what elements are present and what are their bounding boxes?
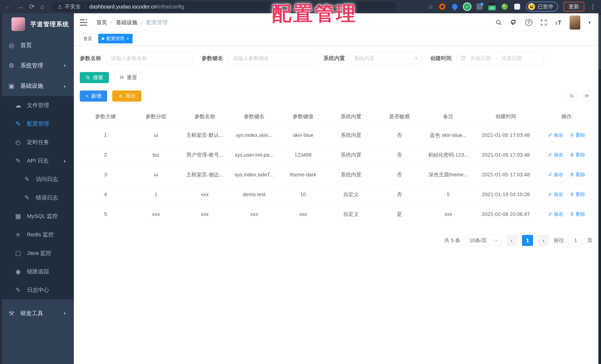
breadcrumb-item[interactable]: 基础设施 [116, 19, 137, 26]
page-size-select[interactable]: 10条/页 ▾ [465, 235, 501, 246]
browser-reload-icon[interactable]: ⟳ [29, 3, 35, 10]
cell-group: ui [131, 125, 181, 145]
sidebar-menu-item[interactable]: ⚒ 研发工具 ▾ [2, 303, 74, 324]
timer-icon: ◴ [14, 139, 22, 146]
font-size-icon[interactable]: TT [555, 19, 561, 26]
tab-tag[interactable]: 首页 [80, 34, 96, 43]
not-secure-label[interactable]: 不安全 [65, 3, 81, 10]
param-key-input[interactable] [228, 52, 315, 64]
sidebar-menu-item[interactable]: ▢ Java 监控 [2, 244, 74, 262]
cell-id: 3 [80, 165, 131, 185]
extension-cn-icon[interactable]: cn [488, 3, 496, 10]
table-column-header: 操作 [539, 108, 594, 125]
scrollbar[interactable] [598, 13, 601, 364]
cell-create-time: 2021-01-19 03:10:26 [473, 185, 539, 204]
system-builtin-select[interactable]: 系统内置 ▾ [350, 52, 421, 64]
chevron-icon: ▾ [63, 311, 66, 316]
edit-link[interactable]: 修改 [548, 211, 563, 217]
refresh-table-button[interactable]: ⟳ [582, 91, 592, 101]
extension-gray-icon[interactable] [476, 3, 483, 10]
sidebar-item-label: 研发工具 [20, 310, 43, 317]
search-button[interactable]: 搜索 [80, 72, 109, 83]
tab-tag[interactable]: 配置管理 × [98, 34, 133, 43]
cell-name: xxx [180, 204, 229, 224]
table-row[interactable]: 3 ui 主框架页-侧边... sys.index.sideT... theme… [80, 165, 594, 185]
delete-link[interactable]: 删除 [570, 211, 585, 217]
sidebar-logo-row[interactable]: 芋道管理系统 [2, 13, 74, 35]
table-row[interactable]: 5 xxx xxx xxx xxx 自定义 是 xxx 2021-02-09 2… [80, 204, 594, 224]
table-row[interactable]: 1 ui 主框架页-默认... sys.index.skin... skin-b… [80, 125, 594, 145]
search-icon[interactable] [495, 19, 502, 26]
bookmark-star-icon[interactable]: ☆ [428, 3, 433, 10]
sidebar-menu-item[interactable]: ◉ 链路追踪 [2, 262, 74, 281]
delete-link[interactable]: 删除 [570, 152, 585, 158]
reset-button[interactable]: ⟳ 重置 [114, 72, 143, 83]
trash-icon [570, 192, 574, 196]
sidebar-menu-item[interactable]: ◴ 定时任务 [2, 133, 74, 152]
sidebar-item-label: MySQL 监控 [27, 212, 58, 220]
cell-key: sys.index.sideT... [229, 165, 279, 185]
page-size-value: 10条/页 [469, 237, 487, 244]
browser-menu-icon[interactable]: ⋮ [590, 3, 596, 10]
sidebar-menu-item[interactable]: ◎ 首页 [2, 35, 74, 55]
table-row[interactable]: 2 biz 用户管理-账号... sys.user.init-pa... 123… [80, 145, 594, 165]
goto-page-input[interactable] [569, 235, 582, 246]
extension-orange-icon[interactable] [439, 3, 446, 10]
extension-leaf-icon[interactable] [501, 3, 508, 10]
sidebar-menu-item[interactable]: ✎ 错误日志 [2, 188, 74, 207]
delete-link[interactable]: 删除 [570, 191, 585, 198]
browser-back-icon[interactable]: ← [5, 3, 11, 10]
sidebar-menu-item[interactable]: ✎ 配置管理 [2, 114, 74, 133]
address-bar[interactable]: ⚠ 不安全 dashboard.yudao.iocoder.cn /infra/… [52, 2, 397, 12]
add-button[interactable]: + 新增 [80, 91, 107, 101]
sidebar-menu-item[interactable]: ≡ Redis 监控 [2, 225, 74, 244]
date-range-picker[interactable]: 开始日期 - 结束日期 [456, 52, 544, 64]
export-button[interactable]: 导出 [112, 91, 141, 101]
sidebar-menu-item[interactable]: ✎ 日志中心 [2, 281, 74, 299]
cell-key: demo.test [229, 185, 279, 204]
sidebar-menu-item[interactable]: ▣ 基础设施 ▴ [2, 76, 74, 96]
table-column-header: 参数名称 [180, 108, 229, 125]
sidebar-menu-item[interactable]: ✎ API 日志 ▴ [2, 152, 74, 170]
sidebar-menu-item[interactable]: ☁ 文件管理 [2, 96, 74, 114]
help-icon[interactable]: ? [525, 19, 532, 26]
sidebar-menu-item[interactable]: ⚙ 系统管理 ▾ [2, 55, 74, 76]
extensions-puzzle-icon[interactable] [513, 3, 521, 10]
cell-create-time: 2021-01-05 17:03:48 [473, 145, 539, 165]
next-page-button[interactable]: › [538, 235, 549, 246]
scrollbar-thumb[interactable] [599, 14, 601, 70]
sidebar-menu-item[interactable]: ✎ 访问日志 [2, 170, 74, 188]
edit-link[interactable]: 修改 [548, 171, 563, 178]
browser-update-button[interactable]: 更新 [563, 2, 584, 12]
user-avatar[interactable] [570, 16, 580, 30]
breadcrumb-item[interactable]: 配置管理 [146, 19, 168, 26]
user-caret-icon[interactable]: ▾ [589, 20, 591, 25]
toggle-search-button[interactable] [567, 91, 577, 101]
edit-link[interactable]: 修改 [548, 191, 563, 198]
table-row[interactable]: 4 1 xxx demo.test 10 自定义 否 5 2021-01-19 … [80, 185, 594, 204]
prev-page-button[interactable]: ‹ [506, 235, 517, 246]
sidebar-menu-item[interactable]: ▦ MySQL 监控 [2, 207, 74, 225]
paused-badge[interactable]: 已暂停 [526, 2, 558, 12]
extension-check-icon[interactable]: ✓ [464, 3, 471, 10]
extension-pin-icon[interactable] [451, 3, 459, 10]
fullscreen-icon[interactable] [541, 19, 547, 26]
current-page-button[interactable]: 1 [522, 235, 533, 246]
close-icon[interactable]: × [127, 36, 129, 41]
browser-forward-icon[interactable]: → [17, 3, 24, 10]
github-icon[interactable] [510, 19, 517, 26]
edit-link[interactable]: 修改 [548, 152, 563, 158]
browser-home-icon[interactable]: ⌂ [40, 3, 44, 10]
sidebar-toggle-icon[interactable] [80, 19, 87, 26]
cell-value: 123456 [279, 145, 327, 165]
url-divider [85, 4, 85, 10]
param-name-input[interactable] [106, 52, 193, 64]
cell-key: xxx [229, 204, 279, 224]
breadcrumb-item[interactable]: / [111, 19, 112, 25]
access-log-icon: ✎ [23, 175, 31, 183]
edit-link[interactable]: 修改 [548, 132, 563, 138]
breadcrumb-item[interactable]: 首页 [96, 19, 107, 26]
breadcrumb-item[interactable]: / [141, 19, 142, 25]
delete-link[interactable]: 删除 [570, 171, 585, 178]
delete-link[interactable]: 删除 [570, 132, 585, 138]
